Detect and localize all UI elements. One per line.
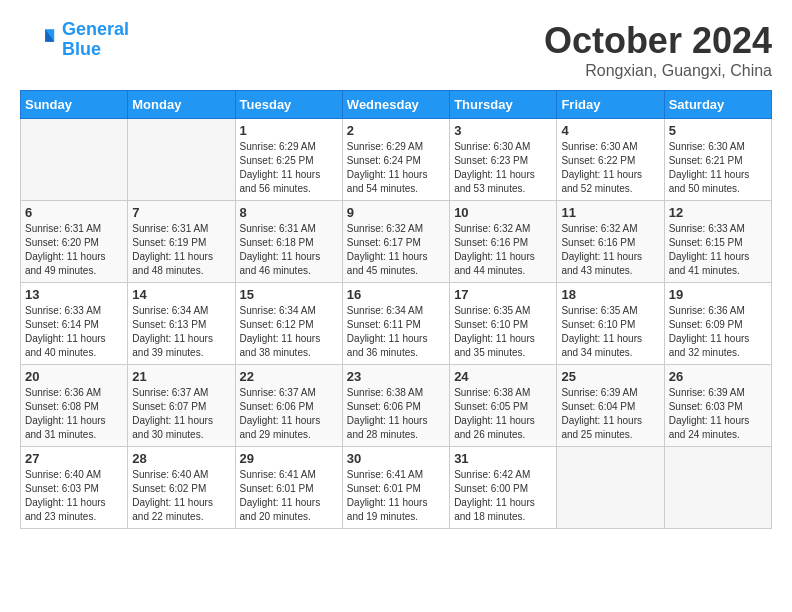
calendar-cell: 23Sunrise: 6:38 AM Sunset: 6:06 PM Dayli… <box>342 365 449 447</box>
day-info: Sunrise: 6:37 AM Sunset: 6:06 PM Dayligh… <box>240 386 338 442</box>
day-info: Sunrise: 6:39 AM Sunset: 6:04 PM Dayligh… <box>561 386 659 442</box>
calendar-cell: 26Sunrise: 6:39 AM Sunset: 6:03 PM Dayli… <box>664 365 771 447</box>
day-info: Sunrise: 6:34 AM Sunset: 6:11 PM Dayligh… <box>347 304 445 360</box>
day-info: Sunrise: 6:36 AM Sunset: 6:09 PM Dayligh… <box>669 304 767 360</box>
day-number: 26 <box>669 369 767 384</box>
day-info: Sunrise: 6:32 AM Sunset: 6:16 PM Dayligh… <box>561 222 659 278</box>
calendar-cell: 25Sunrise: 6:39 AM Sunset: 6:04 PM Dayli… <box>557 365 664 447</box>
day-number: 22 <box>240 369 338 384</box>
calendar-cell <box>557 447 664 529</box>
day-number: 31 <box>454 451 552 466</box>
weekday-header-monday: Monday <box>128 91 235 119</box>
day-info: Sunrise: 6:40 AM Sunset: 6:03 PM Dayligh… <box>25 468 123 524</box>
calendar-cell: 2Sunrise: 6:29 AM Sunset: 6:24 PM Daylig… <box>342 119 449 201</box>
day-number: 17 <box>454 287 552 302</box>
page-header: General Blue October 2024 Rongxian, Guan… <box>20 20 772 80</box>
calendar-cell: 21Sunrise: 6:37 AM Sunset: 6:07 PM Dayli… <box>128 365 235 447</box>
day-number: 19 <box>669 287 767 302</box>
calendar-week-row: 20Sunrise: 6:36 AM Sunset: 6:08 PM Dayli… <box>21 365 772 447</box>
day-number: 24 <box>454 369 552 384</box>
day-info: Sunrise: 6:41 AM Sunset: 6:01 PM Dayligh… <box>240 468 338 524</box>
weekday-header-thursday: Thursday <box>450 91 557 119</box>
day-number: 8 <box>240 205 338 220</box>
day-info: Sunrise: 6:29 AM Sunset: 6:24 PM Dayligh… <box>347 140 445 196</box>
day-info: Sunrise: 6:38 AM Sunset: 6:05 PM Dayligh… <box>454 386 552 442</box>
day-info: Sunrise: 6:30 AM Sunset: 6:21 PM Dayligh… <box>669 140 767 196</box>
calendar-cell: 29Sunrise: 6:41 AM Sunset: 6:01 PM Dayli… <box>235 447 342 529</box>
weekday-header-tuesday: Tuesday <box>235 91 342 119</box>
day-info: Sunrise: 6:35 AM Sunset: 6:10 PM Dayligh… <box>454 304 552 360</box>
day-number: 7 <box>132 205 230 220</box>
weekday-header-row: SundayMondayTuesdayWednesdayThursdayFrid… <box>21 91 772 119</box>
day-info: Sunrise: 6:36 AM Sunset: 6:08 PM Dayligh… <box>25 386 123 442</box>
month-title: October 2024 <box>544 20 772 62</box>
day-info: Sunrise: 6:37 AM Sunset: 6:07 PM Dayligh… <box>132 386 230 442</box>
day-info: Sunrise: 6:34 AM Sunset: 6:13 PM Dayligh… <box>132 304 230 360</box>
day-number: 21 <box>132 369 230 384</box>
day-info: Sunrise: 6:30 AM Sunset: 6:22 PM Dayligh… <box>561 140 659 196</box>
day-number: 4 <box>561 123 659 138</box>
day-info: Sunrise: 6:32 AM Sunset: 6:17 PM Dayligh… <box>347 222 445 278</box>
day-number: 3 <box>454 123 552 138</box>
location: Rongxian, Guangxi, China <box>544 62 772 80</box>
calendar-cell: 13Sunrise: 6:33 AM Sunset: 6:14 PM Dayli… <box>21 283 128 365</box>
calendar-cell: 19Sunrise: 6:36 AM Sunset: 6:09 PM Dayli… <box>664 283 771 365</box>
day-info: Sunrise: 6:35 AM Sunset: 6:10 PM Dayligh… <box>561 304 659 360</box>
logo-text: General Blue <box>62 20 129 60</box>
day-info: Sunrise: 6:34 AM Sunset: 6:12 PM Dayligh… <box>240 304 338 360</box>
day-info: Sunrise: 6:39 AM Sunset: 6:03 PM Dayligh… <box>669 386 767 442</box>
calendar-week-row: 27Sunrise: 6:40 AM Sunset: 6:03 PM Dayli… <box>21 447 772 529</box>
calendar-cell: 16Sunrise: 6:34 AM Sunset: 6:11 PM Dayli… <box>342 283 449 365</box>
day-info: Sunrise: 6:32 AM Sunset: 6:16 PM Dayligh… <box>454 222 552 278</box>
day-number: 18 <box>561 287 659 302</box>
calendar-cell: 11Sunrise: 6:32 AM Sunset: 6:16 PM Dayli… <box>557 201 664 283</box>
day-number: 1 <box>240 123 338 138</box>
day-number: 11 <box>561 205 659 220</box>
day-number: 14 <box>132 287 230 302</box>
calendar-cell: 9Sunrise: 6:32 AM Sunset: 6:17 PM Daylig… <box>342 201 449 283</box>
calendar-cell: 12Sunrise: 6:33 AM Sunset: 6:15 PM Dayli… <box>664 201 771 283</box>
day-number: 27 <box>25 451 123 466</box>
weekday-header-friday: Friday <box>557 91 664 119</box>
calendar-cell: 17Sunrise: 6:35 AM Sunset: 6:10 PM Dayli… <box>450 283 557 365</box>
calendar-week-row: 1Sunrise: 6:29 AM Sunset: 6:25 PM Daylig… <box>21 119 772 201</box>
calendar-cell <box>664 447 771 529</box>
calendar-cell: 5Sunrise: 6:30 AM Sunset: 6:21 PM Daylig… <box>664 119 771 201</box>
calendar-cell: 15Sunrise: 6:34 AM Sunset: 6:12 PM Dayli… <box>235 283 342 365</box>
calendar-cell: 22Sunrise: 6:37 AM Sunset: 6:06 PM Dayli… <box>235 365 342 447</box>
day-number: 15 <box>240 287 338 302</box>
calendar-cell <box>21 119 128 201</box>
day-info: Sunrise: 6:42 AM Sunset: 6:00 PM Dayligh… <box>454 468 552 524</box>
day-number: 10 <box>454 205 552 220</box>
day-info: Sunrise: 6:40 AM Sunset: 6:02 PM Dayligh… <box>132 468 230 524</box>
calendar-week-row: 6Sunrise: 6:31 AM Sunset: 6:20 PM Daylig… <box>21 201 772 283</box>
day-number: 30 <box>347 451 445 466</box>
calendar-cell: 18Sunrise: 6:35 AM Sunset: 6:10 PM Dayli… <box>557 283 664 365</box>
calendar-cell: 7Sunrise: 6:31 AM Sunset: 6:19 PM Daylig… <box>128 201 235 283</box>
calendar-week-row: 13Sunrise: 6:33 AM Sunset: 6:14 PM Dayli… <box>21 283 772 365</box>
weekday-header-wednesday: Wednesday <box>342 91 449 119</box>
day-number: 6 <box>25 205 123 220</box>
calendar-cell: 28Sunrise: 6:40 AM Sunset: 6:02 PM Dayli… <box>128 447 235 529</box>
calendar-cell <box>128 119 235 201</box>
calendar-cell: 20Sunrise: 6:36 AM Sunset: 6:08 PM Dayli… <box>21 365 128 447</box>
calendar-cell: 30Sunrise: 6:41 AM Sunset: 6:01 PM Dayli… <box>342 447 449 529</box>
calendar-cell: 14Sunrise: 6:34 AM Sunset: 6:13 PM Dayli… <box>128 283 235 365</box>
weekday-header-saturday: Saturday <box>664 91 771 119</box>
day-info: Sunrise: 6:31 AM Sunset: 6:19 PM Dayligh… <box>132 222 230 278</box>
calendar-table: SundayMondayTuesdayWednesdayThursdayFrid… <box>20 90 772 529</box>
day-info: Sunrise: 6:31 AM Sunset: 6:18 PM Dayligh… <box>240 222 338 278</box>
day-number: 25 <box>561 369 659 384</box>
weekday-header-sunday: Sunday <box>21 91 128 119</box>
day-number: 16 <box>347 287 445 302</box>
day-number: 28 <box>132 451 230 466</box>
day-number: 2 <box>347 123 445 138</box>
calendar-cell: 24Sunrise: 6:38 AM Sunset: 6:05 PM Dayli… <box>450 365 557 447</box>
day-info: Sunrise: 6:30 AM Sunset: 6:23 PM Dayligh… <box>454 140 552 196</box>
title-section: October 2024 Rongxian, Guangxi, China <box>544 20 772 80</box>
calendar-cell: 4Sunrise: 6:30 AM Sunset: 6:22 PM Daylig… <box>557 119 664 201</box>
day-number: 12 <box>669 205 767 220</box>
day-info: Sunrise: 6:31 AM Sunset: 6:20 PM Dayligh… <box>25 222 123 278</box>
day-number: 9 <box>347 205 445 220</box>
calendar-cell: 3Sunrise: 6:30 AM Sunset: 6:23 PM Daylig… <box>450 119 557 201</box>
